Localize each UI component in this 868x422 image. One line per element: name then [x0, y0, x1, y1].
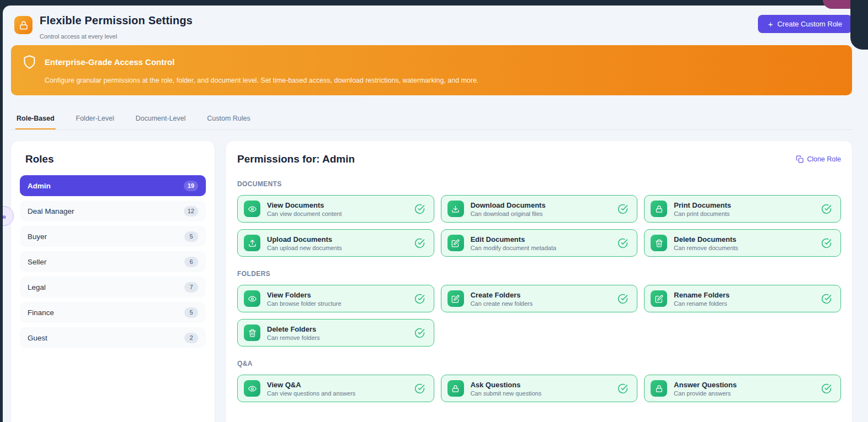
role-name: Legal [28, 283, 46, 291]
section-label: DOCUMENTS [237, 180, 841, 188]
permission-text: Answer QuestionsCan provide answers [674, 381, 736, 397]
role-name: Admin [28, 182, 51, 190]
section-label: Q&A [237, 360, 841, 367]
role-name: Seller [28, 258, 47, 266]
permission-card-delete-documents[interactable]: Delete DocumentsCan remove documents [644, 229, 841, 257]
permission-title: View Documents [267, 201, 342, 209]
permission-card-download-documents[interactable]: Download DocumentsCan download original … [441, 195, 638, 223]
permission-text: View DocumentsCan view document content [267, 201, 342, 217]
check-circle-icon [618, 383, 628, 394]
edit-icon [651, 290, 667, 307]
permission-description: Can view questions and answers [267, 390, 356, 397]
tab-custom-rules[interactable]: Custom Rules [206, 110, 252, 129]
role-permission-count-badge: 2 [184, 333, 198, 343]
role-name: Deal Manager [28, 207, 74, 215]
header-text: Flexible Permission Settings Control acc… [40, 14, 193, 40]
permission-card-upload-documents[interactable]: Upload DocumentsCan upload new documents [237, 229, 434, 257]
permission-description: Can remove folders [267, 334, 320, 341]
role-item-deal-manager[interactable]: Deal Manager12 [20, 201, 206, 221]
permission-text: Ask QuestionsCan submit new questions [471, 381, 542, 397]
permission-description: Can download original files [471, 210, 546, 217]
eye-icon [244, 380, 260, 397]
permission-text: Delete DocumentsCan remove documents [674, 235, 738, 251]
permission-title: Delete Documents [674, 235, 738, 244]
chevrons-right-icon: » [3, 212, 6, 221]
lock-icon [447, 380, 464, 397]
permission-card-print-documents[interactable]: Print DocumentsCan print documents [644, 195, 841, 223]
check-circle-icon [821, 294, 832, 304]
permission-card-rename-folders[interactable]: Rename FoldersCan rename folders [644, 285, 841, 312]
permission-text: Delete FoldersCan remove folders [267, 325, 320, 341]
role-permission-count-badge: 12 [184, 206, 198, 217]
tab-bar: Role-BasedFolder-LevelDocument-LevelCust… [11, 110, 852, 130]
tab-folder-level[interactable]: Folder-Level [75, 110, 115, 129]
permission-description: Can create new folders [471, 300, 533, 307]
permission-title: Print Documents [674, 201, 731, 209]
permission-settings-page: Flexible Permission Settings Control acc… [3, 6, 868, 422]
page-header: Flexible Permission Settings Control acc… [11, 6, 852, 40]
permission-card-edit-documents[interactable]: Edit DocumentsCan modify document metada… [441, 229, 638, 257]
permission-description: Can browse folder structure [267, 300, 341, 307]
role-item-admin[interactable]: Admin19 [20, 175, 206, 196]
permission-sections: DOCUMENTSView DocumentsCan view document… [237, 180, 841, 402]
permission-card-delete-folders[interactable]: Delete FoldersCan remove folders [237, 319, 434, 347]
role-name: Buyer [28, 232, 47, 241]
permission-card-answer-questions[interactable]: Answer QuestionsCan provide answers [644, 375, 841, 402]
permission-description: Can print documents [674, 210, 731, 217]
permission-card-view-documents[interactable]: View DocumentsCan view document content [237, 195, 434, 223]
check-circle-icon [618, 204, 628, 214]
role-item-finance[interactable]: Finance5 [20, 302, 206, 323]
edit-icon [447, 235, 464, 251]
permission-title: View Folders [267, 291, 341, 299]
check-circle-icon [414, 238, 425, 248]
check-circle-icon [414, 294, 425, 304]
permission-title: Delete Folders [267, 325, 320, 333]
permission-text: View FoldersCan browse folder structure [267, 291, 341, 307]
trash-icon [651, 235, 667, 251]
page-title: Flexible Permission Settings [40, 14, 193, 27]
window-frame-top [0, 0, 868, 6]
permission-description: Can submit new questions [471, 390, 542, 397]
permission-title: Rename Folders [674, 291, 729, 299]
lock-icon [651, 380, 667, 397]
tab-role-based[interactable]: Role-Based [15, 110, 56, 129]
role-item-legal[interactable]: Legal7 [20, 277, 206, 297]
permission-card-view-q-a[interactable]: View Q&ACan view questions and answers [237, 375, 434, 402]
banner-title: Enterprise-Grade Access Control [45, 57, 174, 67]
role-permission-count-badge: 6 [184, 257, 198, 267]
create-custom-role-button[interactable]: + Create Custom Role [758, 15, 852, 33]
permission-title: View Q&A [267, 381, 356, 389]
roles-panel: Roles Admin19Deal Manager12Buyer5Seller6… [11, 141, 215, 422]
role-item-guest[interactable]: Guest2 [20, 327, 206, 348]
page-subtitle: Control access at every level [40, 33, 193, 40]
permission-title: Download Documents [471, 201, 546, 209]
permissions-title: Permissions for: Admin [237, 153, 355, 165]
permission-description: Can provide answers [674, 390, 736, 397]
tab-document-level[interactable]: Document-Level [134, 110, 187, 129]
permission-description: Can rename folders [674, 300, 729, 307]
permission-card-create-folders[interactable]: Create FoldersCan create new folders [441, 285, 638, 312]
permissions-header: Permissions for: Admin Clone Role [237, 153, 841, 165]
permission-grid: View Q&ACan view questions and answersAs… [237, 375, 841, 402]
clone-role-button[interactable]: Clone Role [796, 155, 841, 163]
permission-card-view-folders[interactable]: View FoldersCan browse folder structure [237, 285, 434, 312]
access-control-banner: Enterprise-Grade Access Control Configur… [11, 45, 852, 95]
role-name: Guest [28, 334, 47, 342]
lock-icon [651, 201, 667, 217]
shield-icon [22, 55, 37, 69]
role-item-seller[interactable]: Seller6 [20, 251, 206, 272]
role-item-buyer[interactable]: Buyer5 [20, 226, 206, 247]
check-circle-icon [414, 383, 425, 394]
permission-text: View Q&ACan view questions and answers [267, 381, 356, 397]
check-circle-icon [618, 238, 628, 248]
copy-icon [796, 155, 804, 163]
banner-head: Enterprise-Grade Access Control [22, 55, 841, 69]
permission-description: Can view document content [267, 210, 342, 217]
permission-grid: View DocumentsCan view document contentD… [237, 195, 841, 257]
roles-panel-title: Roles [25, 153, 206, 165]
check-circle-icon [618, 294, 628, 304]
clone-role-label: Clone Role [807, 155, 841, 163]
permission-card-ask-questions[interactable]: Ask QuestionsCan submit new questions [441, 375, 638, 402]
role-permission-count-badge: 5 [184, 231, 198, 242]
upload-icon [244, 235, 260, 251]
